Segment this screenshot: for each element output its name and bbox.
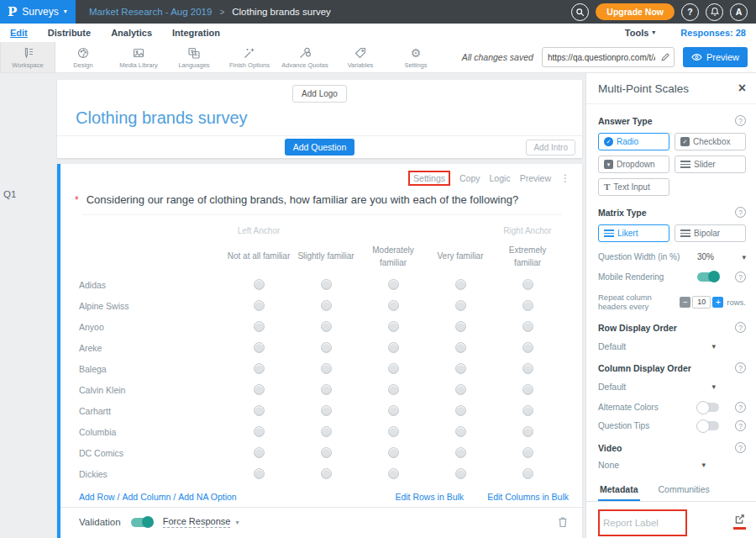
radio-option[interactable] bbox=[225, 279, 292, 290]
column-display-order-select[interactable]: Default ▾ bbox=[598, 382, 746, 392]
radio-option[interactable] bbox=[427, 384, 494, 395]
toolbar-item-media-library[interactable]: Media Library bbox=[111, 42, 166, 72]
tab-distribute[interactable]: Distribute bbox=[48, 28, 91, 38]
help-icon[interactable]: ? bbox=[735, 115, 746, 126]
right-anchor-label[interactable]: Right Anchor bbox=[494, 226, 561, 235]
answer-type-text-input[interactable]: TText Input bbox=[598, 178, 669, 196]
radio-option[interactable] bbox=[360, 384, 427, 395]
tab-edit[interactable]: Edit bbox=[10, 28, 28, 38]
more-options-icon[interactable]: ⋮ bbox=[560, 172, 570, 184]
radio-option[interactable] bbox=[292, 384, 360, 395]
radio-option[interactable] bbox=[427, 447, 494, 458]
question-preview-button[interactable]: Preview bbox=[520, 173, 551, 183]
answer-type-radio[interactable]: ✓Radio bbox=[598, 133, 669, 150]
question-copy-button[interactable]: Copy bbox=[459, 173, 480, 183]
row-label[interactable]: Dickies bbox=[76, 469, 225, 479]
report-label-edit[interactable] bbox=[733, 509, 746, 530]
radio-option[interactable] bbox=[225, 363, 292, 374]
radio-option[interactable] bbox=[360, 468, 427, 479]
radio-option[interactable] bbox=[494, 447, 561, 458]
radio-option[interactable] bbox=[494, 321, 561, 332]
radio-option[interactable] bbox=[360, 426, 427, 437]
product-switcher[interactable]: P Surveys ▾ bbox=[0, 0, 76, 24]
radio-option[interactable] bbox=[292, 279, 360, 290]
radio-option[interactable] bbox=[494, 363, 561, 374]
radio-option[interactable] bbox=[225, 321, 292, 332]
close-icon[interactable]: × bbox=[738, 82, 746, 95]
survey-url-input[interactable] bbox=[543, 53, 660, 62]
report-label-input[interactable] bbox=[603, 518, 684, 528]
radio-option[interactable] bbox=[225, 426, 292, 437]
toolbar-item-variables[interactable]: Variables bbox=[333, 42, 388, 72]
left-anchor-label[interactable]: Left Anchor bbox=[225, 226, 292, 235]
radio-option[interactable] bbox=[225, 342, 292, 353]
minus-button[interactable]: − bbox=[680, 297, 690, 308]
add-row-link[interactable]: Add Row bbox=[79, 492, 115, 502]
validation-type-dropdown[interactable]: Force Response bbox=[163, 516, 231, 528]
radio-option[interactable] bbox=[225, 468, 292, 479]
column-header[interactable]: Not at all familiar bbox=[225, 239, 292, 274]
help-icon[interactable]: ? bbox=[735, 272, 746, 282]
preview-button[interactable]: Preview bbox=[683, 47, 748, 67]
radio-option[interactable] bbox=[225, 405, 292, 416]
radio-option[interactable] bbox=[427, 279, 494, 290]
row-label[interactable]: Anyoo bbox=[76, 322, 225, 332]
video-select[interactable]: None ▾ bbox=[598, 460, 746, 470]
radio-option[interactable] bbox=[292, 405, 360, 416]
question-settings-button[interactable]: Settings bbox=[408, 171, 450, 186]
mobile-rendering-toggle[interactable] bbox=[697, 272, 719, 282]
radio-option[interactable] bbox=[292, 426, 360, 437]
radio-option[interactable] bbox=[360, 363, 427, 374]
radio-option[interactable] bbox=[360, 300, 427, 311]
radio-option[interactable] bbox=[292, 342, 360, 353]
radio-option[interactable] bbox=[292, 468, 360, 479]
help-icon[interactable]: ? bbox=[735, 322, 746, 333]
help-icon[interactable]: ? bbox=[735, 362, 746, 373]
tab-analytics[interactable]: Analytics bbox=[111, 28, 152, 38]
delete-question-button[interactable] bbox=[557, 516, 569, 528]
row-label[interactable]: Adidas bbox=[76, 280, 225, 290]
radio-option[interactable] bbox=[494, 405, 561, 416]
radio-option[interactable] bbox=[494, 426, 561, 437]
toolbar-item-settings[interactable]: ⚙ Settings bbox=[388, 42, 444, 72]
question-width-value[interactable]: 30% bbox=[697, 252, 714, 261]
add-question-button[interactable]: Add Question bbox=[285, 139, 355, 156]
survey-title[interactable]: Clothing brands survey bbox=[57, 103, 582, 135]
row-label[interactable]: Alpine Swiss bbox=[76, 301, 225, 311]
matrix-type-bipolar[interactable]: Bipolar bbox=[675, 224, 746, 242]
radio-option[interactable] bbox=[427, 321, 494, 332]
notifications-button[interactable] bbox=[706, 3, 723, 21]
edit-rows-in-bulk-link[interactable]: Edit Rows in Bulk bbox=[395, 492, 464, 502]
toolbar-item-advance-quotas[interactable]: Advance Quotas bbox=[277, 42, 333, 72]
radio-option[interactable] bbox=[292, 363, 360, 374]
help-icon[interactable]: ? bbox=[735, 442, 746, 453]
radio-option[interactable] bbox=[494, 300, 561, 311]
radio-option[interactable] bbox=[427, 405, 494, 416]
plus-button[interactable]: + bbox=[712, 297, 723, 308]
radio-option[interactable] bbox=[360, 321, 427, 332]
repeat-headers-value[interactable]: 10 bbox=[692, 296, 711, 309]
add-na-option-link[interactable]: Add NA Option bbox=[178, 492, 236, 502]
search-button[interactable] bbox=[571, 3, 589, 21]
row-label[interactable]: DC Comics bbox=[76, 448, 225, 458]
add-logo-button[interactable]: Add Logo bbox=[292, 85, 347, 103]
radio-option[interactable] bbox=[225, 300, 292, 311]
tab-metadata[interactable]: Metadata bbox=[598, 479, 640, 501]
column-header[interactable]: Very familiar bbox=[427, 239, 494, 274]
upgrade-now-button[interactable]: Upgrade Now bbox=[596, 3, 675, 20]
radio-option[interactable] bbox=[360, 279, 427, 290]
validation-toggle[interactable] bbox=[131, 518, 153, 527]
radio-option[interactable] bbox=[360, 342, 427, 353]
row-label[interactable]: Calvin Klein bbox=[76, 385, 225, 395]
radio-option[interactable] bbox=[427, 342, 494, 353]
radio-option[interactable] bbox=[494, 279, 561, 290]
breadcrumb-folder[interactable]: Market Research - Aug 2019 bbox=[89, 7, 212, 17]
answer-type-slider[interactable]: Slider bbox=[675, 156, 746, 173]
radio-option[interactable] bbox=[427, 468, 494, 479]
question-logic-button[interactable]: Logic bbox=[490, 173, 511, 183]
radio-option[interactable] bbox=[225, 384, 292, 395]
answer-type-checkbox[interactable]: ✓Checkbox bbox=[675, 133, 746, 150]
avatar[interactable]: A bbox=[730, 3, 748, 21]
radio-option[interactable] bbox=[360, 405, 427, 416]
row-label[interactable]: Carhartt bbox=[76, 406, 225, 416]
